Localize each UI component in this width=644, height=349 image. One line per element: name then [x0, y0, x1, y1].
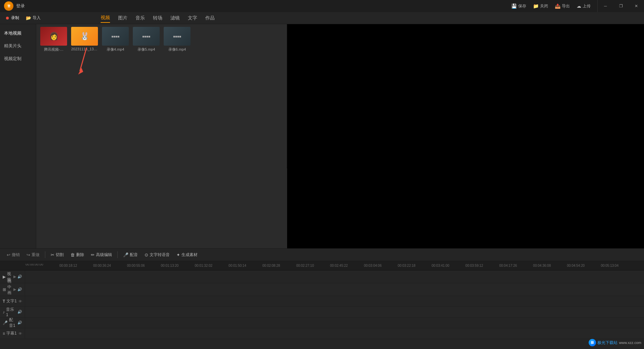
track-label-subtitle: ≡ 字幕1 👁	[0, 328, 25, 339]
tab-music[interactable]: 音乐	[136, 14, 145, 22]
video-track-icon: ▶	[3, 275, 6, 279]
tab-transition[interactable]: 转场	[153, 14, 162, 22]
titlebar: 登 登录 💾 保存 📁 关闭 📤 导出 ☁ 上传 ─ ❐ ✕	[0, 0, 644, 12]
track-visibility-icon[interactable]: 👁	[18, 299, 22, 303]
sidebar-item-local-video[interactable]: 本地视频	[0, 27, 36, 40]
generate-button[interactable]: ✦ 生成素材	[174, 251, 200, 259]
redo-button[interactable]: ↪ 重做	[24, 251, 42, 259]
app-title: 登录	[16, 3, 25, 9]
media-thumbnail: ■■■■	[164, 27, 191, 46]
track-label-text: T 文字1 👁	[0, 296, 25, 306]
subtitle-track: ≡ 字幕1 👁	[0, 328, 644, 339]
media-item[interactable]: 👩 腾讯视频-…	[40, 27, 67, 52]
track-audio-icon[interactable]: 🔊	[17, 275, 22, 279]
restore-button[interactable]: ❐	[613, 0, 629, 12]
track-audio-icon[interactable]: 🔊	[17, 320, 22, 325]
timeline-ruler: 00:00:00:00 00:00:18:12 00:00:36:24 00:0…	[0, 261, 644, 270]
upload-button[interactable]: ☁ 上传	[574, 0, 593, 12]
subtitle-track-content	[25, 328, 644, 339]
media-panel: 👩 腾讯视频-… 🐰 20231116_131… ■■■■	[36, 24, 287, 168]
tab-video[interactable]: 视频	[101, 13, 110, 23]
track-audio-icon[interactable]: 🔊	[17, 310, 22, 314]
dubbing-icon: 🎤	[123, 252, 128, 257]
timeline-tracks: ▶ 视频 ▶ 🔊 ⊞ 画中画1 ▶ 🔊	[0, 270, 644, 339]
close-project-icon: 📁	[533, 3, 539, 9]
dubbing-track-content	[25, 317, 644, 328]
ruler-mark: 00:03:41:00	[432, 264, 449, 267]
svg-line-0	[80, 48, 87, 71]
close-button[interactable]: ✕	[629, 0, 644, 12]
tab-text[interactable]: 文字	[188, 14, 197, 22]
avatar[interactable]: 登	[4, 1, 13, 11]
ruler-mark: 00:02:08:28	[262, 264, 280, 267]
divider	[45, 251, 45, 258]
text-track: T 文字1 👁	[0, 296, 644, 307]
record-button[interactable]: ⏺ 录制	[3, 14, 22, 22]
text-track-icon: T	[3, 299, 5, 304]
pip-track-content	[25, 283, 644, 296]
media-item[interactable]: ■■■■ 录像5.mp4	[133, 27, 160, 52]
export-icon: 📤	[555, 3, 560, 9]
sidebar-item-best-clips[interactable]: 精美片头	[0, 40, 36, 52]
ruler-mark: 00:00:00:00	[25, 264, 43, 266]
record-icon: ⏺	[5, 15, 10, 20]
watermark-text: 极光下载站	[597, 340, 618, 346]
dubbing-button[interactable]: 🎤 配音	[120, 251, 141, 259]
bottom-section: ↩ 撤销 ↪ 重做 ✂ 切割 🗑 删除 ✏ 高级编辑 🎤 配音 ⊙ 文字转语音	[0, 248, 644, 349]
media-thumbnail: ■■■■	[102, 27, 129, 46]
ruler-mark: 00:04:17:26	[499, 264, 517, 267]
track-visibility-icon[interactable]: 👁	[18, 332, 22, 336]
import-icon: 📂	[26, 15, 31, 20]
divider	[117, 251, 118, 258]
watermark: 极 极光下载站 www.xzz.com	[589, 339, 641, 346]
media-thumbnail: 🐰	[71, 27, 98, 46]
text-speech-button[interactable]: ⊙ 文字转语音	[142, 251, 172, 259]
media-label: 录像5.mp4	[133, 47, 160, 52]
ruler-mark: 00:00:36:24	[93, 264, 111, 267]
media-item[interactable]: ■■■■ 录像4.mp4	[102, 27, 129, 52]
subtitle-track-icon: ≡	[3, 331, 5, 336]
media-thumbnail: 👩	[40, 27, 67, 46]
track-audio-icon[interactable]: 🔊	[17, 287, 22, 292]
undo-button[interactable]: ↩ 撤销	[4, 251, 22, 259]
import-button[interactable]: 📂 导入	[23, 14, 43, 22]
close-project-button[interactable]: 📁 关闭	[530, 0, 551, 12]
action-buttons: 💾 保存 📁 关闭 📤 导出 ☁ 上传	[504, 0, 598, 12]
video-track-content	[25, 270, 644, 283]
ruler-mark: 00:01:32:02	[195, 264, 212, 267]
ruler-mark: 00:01:50:14	[228, 264, 246, 267]
ruler-mark: 00:03:04:06	[364, 264, 382, 267]
ruler-mark: 00:04:36:08	[533, 264, 551, 267]
video-track: ▶ 视频 ▶ 🔊	[0, 270, 644, 283]
ruler-mark: 00:03:59:12	[466, 264, 483, 267]
media-label: 录像6.mp4	[164, 47, 191, 52]
delete-icon: 🗑	[70, 252, 75, 257]
delete-button[interactable]: 🗑 删除	[68, 251, 87, 259]
generate-icon: ✦	[176, 252, 180, 257]
track-label-dubbing: 🎤 配音1 🔊	[0, 317, 25, 328]
tab-work[interactable]: 作品	[205, 14, 215, 22]
minimize-button[interactable]: ─	[598, 0, 613, 12]
tab-filter[interactable]: 滤镜	[170, 14, 180, 22]
media-grid: 👩 腾讯视频-… 🐰 20231116_131… ■■■■	[36, 24, 287, 55]
advanced-edit-button[interactable]: ✏ 高级编辑	[88, 251, 115, 259]
advanced-edit-icon: ✏	[91, 252, 95, 257]
text-track-content	[25, 296, 644, 306]
ruler-mark: 00:03:22:18	[398, 264, 416, 267]
sidebar-item-custom-video[interactable]: 视频定制	[0, 52, 36, 65]
track-visibility-icon[interactable]: ▶	[13, 275, 16, 279]
music-track-icon: ♪	[3, 310, 5, 314]
tab-image[interactable]: 图片	[118, 14, 127, 22]
undo-icon: ↩	[7, 252, 10, 257]
annotation-arrow	[76, 44, 90, 79]
track-visibility-icon[interactable]: ▶	[13, 287, 16, 292]
save-button[interactable]: 💾 保存	[508, 0, 529, 12]
dubbing-track: 🎤 配音1 🔊	[0, 317, 644, 328]
export-button[interactable]: 📤 导出	[552, 0, 573, 12]
cut-button[interactable]: ✂ 切割	[48, 251, 66, 259]
nav-tabs: 视频 图片 音乐 转场 滤镜 文字 作品	[101, 13, 215, 23]
media-item[interactable]: ■■■■ 录像6.mp4	[164, 27, 191, 52]
pip-track-icon: ⊞	[3, 287, 6, 292]
music-track-content	[25, 307, 644, 317]
track-label-music: ♪ 音乐1 🔊	[0, 307, 25, 317]
